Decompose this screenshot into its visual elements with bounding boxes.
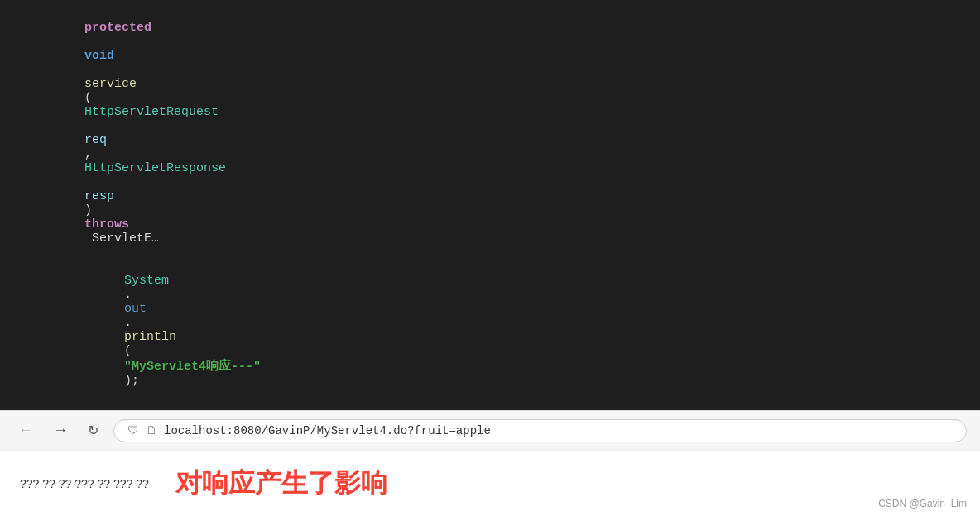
address-bar[interactable]: 🛡 🗋 localhost:8080/GavinP/MyServlet4.do?…: [113, 419, 967, 442]
refresh-button[interactable]: ↻: [83, 419, 103, 442]
result-main-text: 对响应产生了影响: [175, 466, 387, 502]
keyword-void: void: [84, 49, 114, 63]
keyword-throws: throws: [84, 217, 129, 232]
url-text: localhost:8080/GavinP/MyServlet4.do?frui…: [164, 424, 491, 437]
code-editor: protected void service ( HttpServletRequ…: [0, 0, 980, 410]
keyword-protected: protected: [84, 21, 151, 35]
csdn-credit: CSDN @Gavin_Lim: [878, 498, 967, 509]
browser-bar: ← → ↻ 🛡 🗋 localhost:8080/GavinP/MyServle…: [0, 410, 980, 450]
shield-icon: 🛡: [127, 424, 139, 437]
method-service: service: [84, 77, 137, 91]
document-icon: 🗋: [146, 424, 157, 437]
question-text: ??? ?? ?? ??? ?? ??? ??: [20, 477, 149, 490]
code-line-3: String fruit = req . getParameter ( s: "…: [0, 402, 980, 410]
code-line-2: System . out . println ( "MyServlet4响应--…: [0, 260, 980, 402]
result-area: ??? ?? ?? ??? ?? ??? ?? 对响应产生了影响 CSDN @G…: [0, 450, 980, 516]
code-line-1: protected void service ( HttpServletRequ…: [0, 7, 980, 260]
back-button[interactable]: ←: [13, 418, 38, 442]
forward-button[interactable]: →: [48, 418, 73, 442]
